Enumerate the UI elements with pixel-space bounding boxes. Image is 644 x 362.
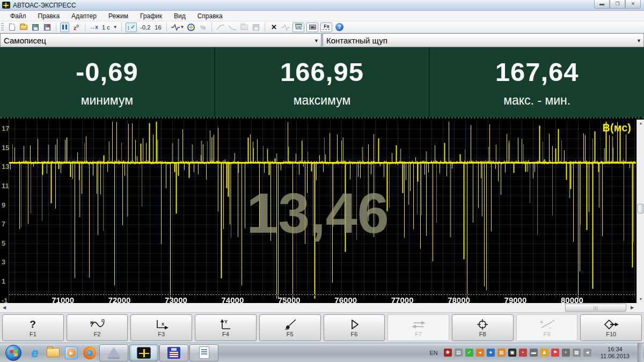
taskbar-oscilloscope-app-button[interactable] (129, 344, 158, 361)
taskbar-internet-explorer-icon[interactable]: e (26, 344, 44, 361)
y-tick-label: 1 (2, 277, 5, 285)
show-desktop-button[interactable] (638, 343, 643, 362)
menu-item-6[interactable]: Вид (168, 11, 192, 21)
close-button-icon[interactable]: ✕ (625, 0, 641, 9)
scroll-right-arrow-icon[interactable]: ▶ (628, 303, 636, 312)
menu-item-3[interactable]: Адаптер (65, 11, 103, 21)
new-file-button[interactable] (7, 23, 17, 32)
open-file-button[interactable] (19, 23, 28, 32)
fn-key-label: F3 (158, 331, 165, 337)
tray-status-ok-icon[interactable]: ✓ (465, 349, 473, 357)
tray-red-tool-icon[interactable]: ✱ (444, 349, 452, 357)
scroll-up-arrow-icon[interactable]: ▲ (637, 120, 644, 127)
signal-dropdown-arrow-icon: ▼ (180, 25, 185, 29)
window-title: АВТОАС-ЭКСПРЕСС (13, 2, 76, 9)
threshold-field[interactable]: -0,2 (139, 24, 151, 31)
minimize-button-icon[interactable]: ▬ (594, 0, 610, 9)
tray-camera-icon[interactable]: ▣ (508, 349, 516, 357)
floppy-disk-icon (167, 347, 180, 359)
tray-network-globe-icon[interactable]: ● (487, 349, 495, 357)
pause-icon (62, 25, 64, 29)
probe-combobox[interactable]: Контактный щуп ▼ (323, 33, 644, 47)
taskbar-writer-app-button[interactable] (189, 344, 218, 361)
curve-rise-button (216, 23, 225, 32)
tray-printer-icon[interactable]: ▤ (455, 349, 463, 357)
signal-view-button[interactable]: ▼ (171, 23, 185, 32)
taskbar-floppy-app-button[interactable] (159, 344, 188, 361)
language-indicator[interactable]: EN (426, 350, 441, 356)
pause-toggle-button[interactable] (60, 23, 69, 32)
toolbar-separator (211, 23, 212, 32)
time-scale-button[interactable]: ↔x (89, 23, 99, 32)
scroll-left-arrow-icon[interactable]: ◀ (0, 303, 9, 312)
tray-user-orange-icon[interactable]: ♟ (540, 349, 548, 357)
signal-settings-icon: ж (89, 319, 105, 330)
horizontal-scrollbar[interactable]: ◀ ||| ▶ (0, 303, 644, 313)
stat-value: -0,69 (76, 57, 138, 87)
menu-item-4[interactable]: Режим (103, 11, 134, 21)
curve-fall-button (228, 23, 237, 32)
tray-speaker-icon[interactable]: ◄ (583, 349, 591, 357)
toolbar: z0 ↔x 1 с ▼ ↕✓ -0,2 16 ▼ ℅ ✕ Info (0, 21, 644, 33)
fn-f3-button[interactable]: xF3 (130, 314, 192, 341)
fx-function-button[interactable]: Fx (320, 23, 332, 32)
tray-flag-error-icon[interactable]: ⚑ (551, 349, 559, 357)
vertical-scrollbar[interactable]: ▲ ▼ (636, 120, 644, 303)
tray-power-plug-icon[interactable]: + (562, 349, 570, 357)
info-label: Info (296, 27, 302, 31)
menu-item-5[interactable]: График (134, 11, 168, 21)
sync-target-button[interactable] (186, 23, 196, 32)
fn-f6-button[interactable]: F6 (324, 314, 385, 341)
chevron-down-icon: ▼ (636, 38, 641, 43)
toolbar-grip[interactable] (1, 23, 4, 32)
mode-combobox[interactable]: Самописец ▼ (0, 33, 321, 47)
monitor-view-button[interactable] (306, 23, 318, 32)
sample-interval-value[interactable]: 1 с (101, 24, 111, 31)
tray-volume-orange-icon[interactable]: ◂ (476, 349, 484, 357)
taskbar-windows-explorer-icon[interactable] (44, 344, 62, 361)
chevron-down-icon: ▼ (314, 38, 319, 43)
tray-update-icon[interactable]: ▦ (573, 349, 581, 357)
mode-combobox-value: Самописец (4, 36, 46, 45)
save-as-button[interactable] (42, 23, 52, 32)
delete-button[interactable]: ✕ (269, 23, 279, 32)
tray-mail-icon[interactable]: ▨ (497, 349, 506, 357)
fn-f8-button[interactable]: F8 (452, 314, 514, 341)
save-button[interactable] (31, 23, 40, 32)
zero-offset-button[interactable]: z0 (71, 23, 81, 32)
fn-f1-button[interactable]: ?F1 (2, 314, 64, 341)
menu-item-1[interactable]: Файл (4, 11, 32, 21)
info-panel-toggle-button[interactable]: Info (292, 23, 304, 32)
x-tick-label: 76000 (334, 295, 357, 305)
interval-dropdown-arrow-icon[interactable]: ▼ (113, 25, 118, 29)
maximize-button-icon[interactable]: ❐ (610, 0, 625, 9)
auto-range-toggle-button[interactable]: ↕✓ (126, 23, 137, 32)
menu-item-7[interactable]: Справка (192, 11, 229, 21)
tray-alert-red-icon[interactable]: • (519, 349, 527, 357)
fn-f4-button[interactable]: YF4 (195, 314, 257, 341)
title-bar[interactable]: АВТОАС-ЭКСПРЕСС ▬ ❐ ✕ (0, 0, 644, 11)
stat-cell-1: -0,69минимум (0, 47, 214, 117)
swap-arrows-icon (411, 319, 427, 330)
taskbar-firefox-icon[interactable] (80, 344, 99, 361)
tray-disk-icon[interactable]: ▬ (530, 349, 538, 357)
probe-combobox-value: Контактный щуп (326, 36, 387, 45)
fn-f10-button[interactable]: F10 (580, 314, 642, 341)
range-field[interactable]: 16 (153, 24, 162, 31)
taskbar-autoas-launcher-button[interactable] (99, 344, 128, 361)
horizontal-scroll-thumb[interactable]: ||| (565, 304, 626, 312)
fn-f2-button[interactable]: жF2 (67, 314, 128, 341)
rise-curve-icon (216, 24, 225, 31)
toolbar-separator (56, 23, 56, 32)
waveform-canvas[interactable] (9, 121, 636, 299)
taskbar-media-player-icon[interactable]: ▶ (62, 344, 80, 361)
fn-f5-button[interactable]: F5 (259, 314, 321, 341)
y-tick-label: 5 (2, 239, 5, 247)
start-button[interactable] (5, 345, 21, 361)
signal-compare-button (281, 23, 290, 32)
scroll-down-arrow-icon[interactable]: ▼ (637, 295, 644, 303)
help-button[interactable]: ? (334, 23, 344, 32)
vertical-scroll-thumb[interactable] (638, 204, 643, 213)
menu-item-2[interactable]: Правка (32, 11, 66, 21)
taskbar-clock[interactable]: 16:34 11.06.2013 (594, 346, 635, 360)
